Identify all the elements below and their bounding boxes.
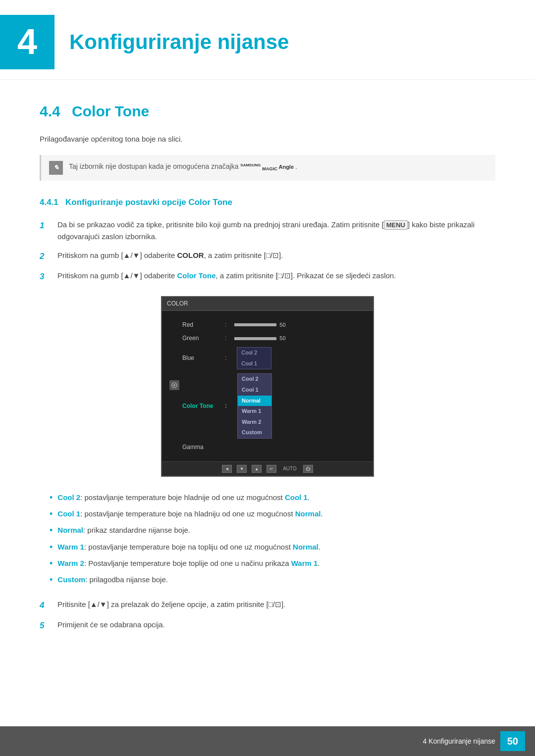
warm1-ref: Warm 1 bbox=[291, 559, 318, 567]
bullet-cool1: • Cool 1: postavljanje temperature boje … bbox=[50, 508, 495, 520]
bullet-cool1-text: Cool 1: postavljanje temperature boje na… bbox=[57, 508, 322, 520]
footer-btn-up: ▲ bbox=[252, 465, 262, 473]
menu-label-gamma: Gamma bbox=[182, 443, 222, 452]
steps-list: 1 Da bi se prikazao vodič za tipke, prit… bbox=[40, 219, 495, 283]
bullet-normal-text: Normal: prikaz standardne nijanse boje. bbox=[57, 524, 190, 536]
chapter-number-block: 4 bbox=[0, 15, 54, 69]
step-3: 3 Pritiskom na gumb [▲/▼] odaberite Colo… bbox=[40, 270, 495, 283]
menu-label-colortone: Color Tone bbox=[182, 402, 222, 411]
menu-label-red: Red bbox=[182, 320, 222, 330]
monitor-screen: COLOR bbox=[161, 296, 374, 477]
dropdown-cool2: Cool 2 bbox=[237, 348, 271, 358]
option-warm2[interactable]: Warm 2 bbox=[238, 417, 271, 428]
custom-label: Custom bbox=[57, 575, 85, 584]
chapter-number: 4 bbox=[17, 13, 37, 70]
normal-label: Normal bbox=[57, 526, 83, 534]
footer-btn-down: ▼ bbox=[237, 465, 247, 473]
green-value: 50 bbox=[279, 334, 289, 343]
colortone-dropdown: Cool 2 Cool 1 Normal Warm 1 Warm 2 Custo… bbox=[237, 373, 272, 439]
warm1-label: Warm 1 bbox=[57, 543, 84, 551]
menu-value-red: 50 bbox=[234, 321, 289, 330]
red-value: 50 bbox=[279, 321, 289, 330]
chapter-title: Konfiguriranje nijanse bbox=[69, 25, 289, 58]
cool1-ref: Cool 1 bbox=[285, 493, 308, 502]
footer-chapter-label: 4 Konfiguriranje nijanse bbox=[423, 736, 495, 747]
menu-item-gamma: Gamma bbox=[179, 441, 366, 454]
angle-text: Angle bbox=[278, 164, 294, 170]
magic-text: MAGIC bbox=[262, 166, 277, 171]
option-cool2[interactable]: Cool 2 bbox=[238, 374, 271, 385]
color-bold: COLOR bbox=[177, 251, 204, 259]
blue-dropdown: Cool 2 Cool 1 bbox=[237, 347, 271, 369]
bullet-warm1: • Warm 1: postavljanje temperature boje … bbox=[50, 541, 495, 554]
warm2-label: Warm 2 bbox=[57, 559, 84, 567]
dropdown-cool1: Cool 1 bbox=[237, 358, 271, 369]
section-description: Prilagođavanje općenitog tona boje na sl… bbox=[40, 133, 495, 145]
menu-value-colortone: Cool 2 Cool 1 Normal Warm 1 Warm 2 Custo… bbox=[235, 373, 272, 439]
menu-label-green: Green bbox=[182, 334, 222, 343]
cool1-label: Cool 1 bbox=[57, 509, 80, 518]
step-5-number: 5 bbox=[40, 619, 54, 632]
bullet-warm2-text: Warm 2: Postavljanje temperature boje to… bbox=[57, 557, 320, 569]
bullet-dot-6: • bbox=[50, 574, 53, 586]
step-1-number: 1 bbox=[40, 219, 54, 232]
samsung-text: SAMSUNG bbox=[240, 163, 261, 167]
footer-btn-power: ⏻ bbox=[303, 465, 313, 473]
option-cool1[interactable]: Cool 1 bbox=[238, 385, 271, 396]
page-header: 4 Konfiguriranje nijanse bbox=[0, 0, 535, 80]
section-heading: Color Tone bbox=[72, 103, 149, 119]
menu-items-list: Red : 50 Green : bbox=[179, 318, 366, 454]
menu-icon bbox=[169, 380, 179, 390]
note-text: Taj izbornik nije dostupan kada je omogu… bbox=[69, 161, 297, 173]
bullet-cool2-text: Cool 2: postavljanje temperature boje hl… bbox=[57, 492, 310, 504]
steps-end-list: 4 Pritisnite [▲/▼] za prelazak do željen… bbox=[40, 599, 495, 632]
menu-item-red: Red : 50 bbox=[179, 318, 366, 332]
subsection-4-4-1: 4.4.1 Konfiguriranje postavki opcije Col… bbox=[40, 196, 495, 633]
monitor-title: COLOR bbox=[167, 300, 188, 307]
step-2-text: Pritiskom na gumb [▲/▼] odaberite COLOR,… bbox=[57, 250, 495, 261]
step-1-text: Da bi se prikazao vodič za tipke, pritis… bbox=[57, 219, 495, 243]
option-custom[interactable]: Custom bbox=[238, 427, 271, 438]
bullet-list: • Cool 2: postavljanje temperature boje … bbox=[50, 492, 495, 586]
menu-item-colortone: Color Tone : Cool 2 Cool 1 Normal Warm 1… bbox=[179, 371, 366, 441]
option-warm1[interactable]: Warm 1 bbox=[238, 406, 271, 417]
subsection-heading: Konfiguriranje postavki opcije Color Ton… bbox=[65, 198, 232, 207]
bullet-dot-1: • bbox=[50, 492, 53, 504]
bullet-dot-3: • bbox=[50, 524, 53, 537]
footer-auto-text: AUTO bbox=[283, 465, 297, 473]
section-number: 4.4 bbox=[40, 103, 60, 119]
section-4-4: 4.4 Color Tone Prilagođavanje općenitog … bbox=[40, 100, 495, 633]
subsection-number: 4.4.1 bbox=[40, 198, 58, 207]
bullet-cool2: • Cool 2: postavljanje temperature boje … bbox=[50, 492, 495, 504]
step-4-text: Pritisnite [▲/▼] za prelazak do željene … bbox=[57, 599, 495, 610]
monitor-titlebar: COLOR bbox=[162, 297, 373, 311]
bullet-custom: • Custom: prilagodba nijanse boje. bbox=[50, 574, 495, 586]
monitor-container: COLOR bbox=[40, 296, 495, 477]
bullet-normal: • Normal: prikaz standardne nijanse boje… bbox=[50, 524, 495, 537]
bullet-dot-2: • bbox=[50, 508, 53, 520]
step-4-number: 4 bbox=[40, 599, 54, 612]
note-icon: ✎ bbox=[49, 161, 63, 175]
magic-brand: SAMSUNG MAGIC Angle bbox=[240, 164, 295, 170]
subsection-title: 4.4.1 Konfiguriranje postavki opcije Col… bbox=[40, 196, 495, 209]
footer-btn-enter: ↵ bbox=[267, 465, 276, 473]
svg-point-1 bbox=[173, 384, 175, 386]
bullet-warm1-text: Warm 1: postavljanje temperature boje na… bbox=[57, 541, 321, 553]
step-2: 2 Pritiskom na gumb [▲/▼] odaberite COLO… bbox=[40, 250, 495, 263]
option-normal[interactable]: Normal bbox=[238, 396, 271, 406]
step-5-text: Primijenit će se odabrana opcija. bbox=[57, 619, 495, 631]
step-3-number: 3 bbox=[40, 270, 54, 283]
monitor-body: Red : 50 Green : bbox=[162, 311, 373, 461]
normal-ref1: Normal bbox=[295, 509, 321, 518]
menu-item-blue: Blue : Cool 2 Cool 1 bbox=[179, 345, 366, 371]
normal-ref2: Normal bbox=[293, 543, 319, 551]
menu-left-arrow bbox=[169, 318, 175, 454]
footer-page-number: 50 bbox=[500, 731, 525, 751]
note-box: ✎ Taj izbornik nije dostupan kada je omo… bbox=[40, 155, 495, 181]
menu-value-green: 50 bbox=[234, 334, 289, 343]
cool2-label: Cool 2 bbox=[57, 493, 80, 502]
step-2-number: 2 bbox=[40, 250, 54, 263]
menu-label-blue: Blue bbox=[182, 353, 222, 363]
step-4: 4 Pritisnite [▲/▼] za prelazak do željen… bbox=[40, 599, 495, 612]
bullet-warm2: • Warm 2: Postavljanje temperature boje … bbox=[50, 557, 495, 570]
